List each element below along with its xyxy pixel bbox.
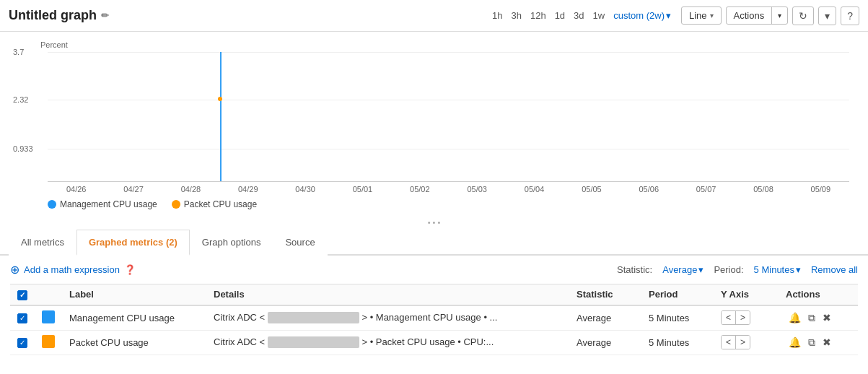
col-header-statistic: Statistic — [569, 284, 641, 305]
table-row: ✓ Management CPU usage Citrix ADC < ████… — [10, 305, 858, 331]
row1-yaxis-prev-button[interactable]: < — [722, 311, 736, 324]
row2-remove-button[interactable]: ✖ — [820, 335, 834, 349]
table-header-row: ✓ Label Details Statistic Period Y Axis … — [10, 284, 858, 305]
row1-period-cell: 5 Minutes — [641, 305, 714, 331]
metrics-toolbar: ⊕ Add a math expression ❓ Statistic: Ave… — [10, 263, 858, 277]
row2-copy-button[interactable]: ⧉ — [805, 335, 818, 350]
col-header-yaxis: Y Axis — [714, 284, 779, 305]
edit-title-icon[interactable]: ✏ — [101, 10, 109, 21]
graph-type-dropdown[interactable]: Line ▾ — [681, 6, 722, 25]
x-label-0509: 05/09 — [792, 185, 849, 193]
row2-actions: 🔔 ⧉ ✖ — [786, 335, 851, 350]
actions-caret-icon: ▾ — [772, 9, 787, 22]
row1-yaxis-next-button[interactable]: > — [736, 311, 750, 324]
chart-area: 3.7 2.32 0.933 — [48, 52, 849, 182]
row1-color-swatch — [42, 310, 55, 323]
legend-label-management: Management CPU usage — [60, 199, 157, 209]
x-label-0430: 04/30 — [276, 185, 333, 193]
row1-yaxis-cell: < > — [714, 305, 779, 331]
help-circle-icon[interactable]: ❓ — [124, 264, 136, 275]
toolbar-right: Statistic: Average ▾ Period: 5 Minutes ▾… — [617, 264, 858, 275]
x-label-0508: 05/08 — [735, 185, 792, 193]
row2-statistic: Average — [577, 337, 611, 348]
help-button[interactable]: ? — [841, 6, 859, 25]
row2-details-prefix: Citrix ADC < — [214, 336, 265, 347]
packet-cpu-spike — [218, 97, 222, 101]
time-btn-custom[interactable]: custom (2w) ▾ — [610, 9, 674, 22]
chart-container: Percent 3.7 2.32 0.933 04/26 04/27 04/28… — [0, 32, 868, 215]
row1-copy-button[interactable]: ⧉ — [805, 310, 818, 326]
row1-checkbox[interactable]: ✓ — [17, 313, 27, 323]
metrics-area: ⊕ Add a math expression ❓ Statistic: Ave… — [0, 256, 868, 362]
row2-alarm-button[interactable]: 🔔 — [786, 335, 804, 349]
period-label: Period: — [714, 264, 743, 275]
chart-legend: Management CPU usage Packet CPU usage — [48, 199, 856, 215]
x-label-0501: 05/01 — [334, 185, 391, 193]
time-btn-3h[interactable]: 3h — [508, 9, 524, 22]
row2-color-swatch — [42, 335, 55, 348]
time-range-buttons: 1h 3h 12h 1d 3d 1w custom (2w) ▾ — [489, 9, 674, 22]
col-header-details: Details — [206, 284, 569, 305]
legend-item-management: Management CPU usage — [48, 199, 157, 209]
row1-alarm-button[interactable]: 🔔 — [786, 310, 804, 325]
legend-item-packet: Packet CPU usage — [172, 199, 257, 209]
tab-graphed-metrics[interactable]: Graphed metrics (2) — [76, 230, 190, 256]
x-label-0507: 05/07 — [678, 185, 735, 193]
metrics-table: ✓ Label Details Statistic Period Y Axis … — [10, 284, 858, 355]
row2-yaxis-next-button[interactable]: > — [736, 336, 750, 349]
remove-all-button[interactable]: Remove all — [811, 264, 858, 275]
custom-caret-icon: ▾ — [666, 10, 671, 21]
row2-yaxis-cell: < > — [714, 330, 779, 355]
refresh-button[interactable]: ↻ — [792, 6, 814, 25]
row2-label: Packet CPU usage — [69, 337, 149, 348]
statistic-label: Statistic: — [617, 264, 652, 275]
time-btn-1d[interactable]: 1d — [552, 9, 568, 22]
col-header-period: Period — [641, 284, 714, 305]
divider-handle[interactable]: • • • — [0, 215, 868, 230]
select-all-checkbox[interactable]: ✓ — [17, 290, 27, 300]
period-value: 5 Minutes — [754, 264, 794, 275]
col-header-color — [35, 284, 62, 305]
management-cpu-spike — [220, 52, 222, 181]
row2-checkbox[interactable]: ✓ — [17, 338, 27, 348]
row2-yaxis-nav: < > — [721, 335, 750, 349]
x-label-0502: 05/02 — [391, 185, 448, 193]
row1-blurred-id: ██████████████ — [268, 312, 359, 323]
row2-period: 5 Minutes — [649, 337, 689, 348]
x-label-0427: 04/27 — [105, 185, 162, 193]
header-controls: 1h 3h 12h 1d 3d 1w custom (2w) ▾ Line ▾ … — [489, 6, 859, 25]
x-label-0429: 04/29 — [219, 185, 276, 193]
tab-source[interactable]: Source — [273, 230, 327, 256]
row1-remove-button[interactable]: ✖ — [820, 310, 834, 325]
x-label-0428: 04/28 — [162, 185, 219, 193]
add-expression-button[interactable]: ⊕ Add a math expression ❓ — [10, 263, 136, 277]
time-btn-12h[interactable]: 12h — [527, 9, 549, 22]
actions-dropdown[interactable]: Actions ▾ — [726, 6, 789, 25]
row2-yaxis-prev-button[interactable]: < — [722, 336, 736, 349]
x-axis: 04/26 04/27 04/28 04/29 04/30 05/01 05/0… — [48, 182, 849, 193]
y-axis-label: Percent — [40, 40, 856, 49]
row1-actions: 🔔 ⧉ ✖ — [786, 310, 851, 326]
grid-line-mid1 — [48, 100, 849, 100]
x-label-0426: 04/26 — [48, 185, 105, 193]
time-btn-1w[interactable]: 1w — [590, 9, 608, 22]
tab-all-metrics[interactable]: All metrics — [9, 230, 76, 256]
row1-actions-cell: 🔔 ⧉ ✖ — [779, 305, 858, 331]
time-btn-1h[interactable]: 1h — [489, 9, 505, 22]
y-label-low: 0.933 — [13, 144, 33, 153]
y-label-mid: 2.32 — [13, 95, 28, 104]
row2-details-suffix: > • Packet CPU usage • CPU:... — [361, 336, 494, 347]
refresh-icon: ↻ — [799, 10, 807, 22]
tab-graph-options[interactable]: Graph options — [190, 230, 273, 256]
row1-check-cell: ✓ — [10, 305, 35, 331]
statistic-dropdown[interactable]: Average ▾ — [662, 264, 703, 275]
row2-blurred-id: ██████████████ — [268, 336, 359, 348]
help-icon: ? — [847, 10, 853, 22]
plus-icon: ⊕ — [10, 263, 19, 277]
time-btn-3d[interactable]: 3d — [571, 9, 587, 22]
row1-period: 5 Minutes — [649, 313, 689, 323]
period-dropdown[interactable]: 5 Minutes ▾ — [754, 264, 801, 275]
row2-statistic-cell: Average — [569, 330, 641, 355]
more-options-button[interactable]: ▾ — [818, 6, 836, 25]
x-label-0504: 05/04 — [506, 185, 563, 193]
